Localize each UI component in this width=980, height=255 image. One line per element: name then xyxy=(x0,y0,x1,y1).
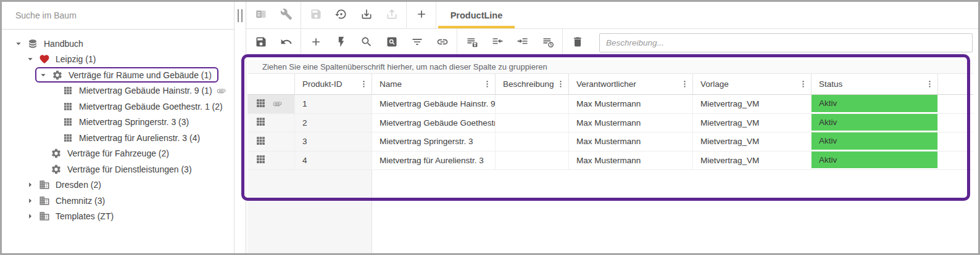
tree-item[interactable]: Verträge für Räume und Gebäude (1) xyxy=(2,67,234,83)
cell-vorlage[interactable]: Mietvertrag_VM xyxy=(693,95,812,113)
column-header[interactable]: Status xyxy=(812,74,938,94)
group-by-bar[interactable]: Ziehen Sie eine Spaltenüberschrift hierh… xyxy=(247,60,973,74)
add-button[interactable] xyxy=(303,29,328,56)
building-icon xyxy=(37,195,52,206)
arrow-right-icon[interactable] xyxy=(23,196,37,206)
cell-name[interactable]: Mietvertrag Gebäude Hainstr. 9 xyxy=(372,95,496,113)
cell-beschreibung[interactable] xyxy=(496,152,569,170)
grid-icon xyxy=(60,133,75,143)
tree-item[interactable]: Verträge für Fahrzeuge (2) xyxy=(2,146,234,162)
beschreibung-filter-input[interactable] xyxy=(599,33,973,52)
add-button[interactable] xyxy=(409,2,434,28)
link-button[interactable] xyxy=(430,29,455,56)
side-panel-button[interactable] xyxy=(248,2,273,28)
tree-item[interactable]: Verträge für Dienstleistungen (3) xyxy=(2,161,234,177)
table-row[interactable]: 1 Mietvertrag Gebäude Hainstr. 9 Max Mus… xyxy=(247,95,973,114)
cell-produkt-id[interactable]: 4 xyxy=(295,152,372,170)
column-menu-icon[interactable] xyxy=(680,79,689,89)
row-type-cell[interactable] xyxy=(247,152,295,170)
cell-verantwortlicher[interactable]: Max Mustermann xyxy=(569,114,693,132)
cell-beschreibung[interactable] xyxy=(496,95,569,113)
tree-item[interactable]: Mietvertrag für Aurelienstr. 3 (4) xyxy=(2,130,234,146)
tree-item-label: Dresden (2) xyxy=(56,180,101,190)
download-button[interactable] xyxy=(354,2,379,28)
rows-save-button[interactable] xyxy=(459,29,484,56)
wrench-button[interactable] xyxy=(273,2,299,28)
row-type-cell[interactable] xyxy=(247,132,295,151)
column-menu-icon[interactable] xyxy=(483,79,492,89)
cell-name[interactable]: Mietvertrag Springerstr. 3 xyxy=(372,132,496,151)
cell-verantwortlicher[interactable]: Max Mustermann xyxy=(569,132,693,151)
search-button[interactable] xyxy=(354,29,379,56)
flash-button[interactable] xyxy=(328,29,354,56)
arrow-right-icon[interactable] xyxy=(23,211,37,221)
tab-productline[interactable]: ProductLine xyxy=(438,2,515,28)
filter-button[interactable] xyxy=(404,29,430,56)
tree-item[interactable]: Chemnitz (3) xyxy=(2,193,234,209)
tree-item[interactable]: Handbuch xyxy=(2,36,234,52)
column-menu-icon[interactable] xyxy=(556,79,565,89)
cell-verantwortlicher[interactable]: Max Mustermann xyxy=(569,95,693,113)
upload-button[interactable] xyxy=(379,2,404,28)
cell-name[interactable]: Mietvertrag Gebäude Goethestr. 1 xyxy=(372,114,496,132)
row-type-cell[interactable] xyxy=(247,114,295,132)
tree-item[interactable]: Dresden (2) xyxy=(2,177,234,193)
splitter-handle-icon[interactable] xyxy=(238,9,243,22)
grid-icon xyxy=(255,98,266,110)
column-header[interactable]: Verantwortlicher xyxy=(569,74,693,94)
panel-splitter[interactable] xyxy=(235,2,246,253)
table-row[interactable]: 3 Mietvertrag Springerstr. 3 Max Musterm… xyxy=(247,132,973,152)
cell-produkt-id[interactable]: 3 xyxy=(295,132,372,151)
rows-indent-button[interactable] xyxy=(510,29,535,56)
cell-vorlage[interactable]: Mietvertrag_VM xyxy=(693,132,812,151)
tree-item[interactable]: Templates (ZT) xyxy=(2,209,234,225)
cell-status[interactable]: Aktiv xyxy=(812,132,938,151)
tree-item-selected-outline: Verträge für Räume und Gebäude (1) xyxy=(35,67,218,83)
column-header[interactable]: Produkt-ID xyxy=(295,74,372,94)
tree-item[interactable]: Mietvertrag Gebäude Hainstr. 9 (1) xyxy=(2,83,234,99)
side-panel-icon xyxy=(255,8,267,22)
tree-item[interactable]: Mietvertrag Springerstr. 3 (3) xyxy=(2,115,234,131)
cell-name[interactable]: Mietvertrag für Aurelienstr. 3 xyxy=(372,152,496,170)
cell-beschreibung[interactable] xyxy=(496,132,569,151)
cell-vorlage[interactable]: Mietvertrag_VM xyxy=(693,152,812,170)
tree-item[interactable]: Leipzig (1) xyxy=(2,52,234,68)
column-menu-icon[interactable] xyxy=(925,79,934,89)
rows-outdent-button[interactable] xyxy=(484,29,510,56)
row-type-cell[interactable] xyxy=(247,95,295,113)
column-header[interactable]: Beschreibung xyxy=(496,74,569,94)
cell-beschreibung[interactable] xyxy=(496,114,569,132)
cell-status[interactable]: Aktiv xyxy=(812,114,938,132)
restore-button[interactable] xyxy=(328,2,354,28)
tree-search-input[interactable] xyxy=(2,2,234,29)
cell-status[interactable]: Aktiv xyxy=(812,95,938,113)
cell-produkt-id[interactable]: 2 xyxy=(295,114,372,132)
search-box-button[interactable] xyxy=(379,29,404,56)
trash-button[interactable] xyxy=(565,29,590,56)
column-menu-icon[interactable] xyxy=(799,79,808,89)
column-menu-icon[interactable] xyxy=(359,79,368,89)
save-button[interactable] xyxy=(248,29,273,56)
table-row[interactable]: 2 Mietvertrag Gebäude Goethestr. 1 Max M… xyxy=(247,114,973,133)
arrow-right-icon[interactable] xyxy=(23,180,37,190)
arrow-down-icon[interactable] xyxy=(36,70,50,80)
trash-icon xyxy=(571,36,584,50)
column-header[interactable]: Vorlage xyxy=(693,74,812,94)
cell-produkt-id[interactable]: 1 xyxy=(295,95,372,113)
arrow-down-icon[interactable] xyxy=(12,39,25,49)
tree-search xyxy=(2,2,234,30)
table-row[interactable]: 4 Mietvertrag für Aurelienstr. 3 Max Mus… xyxy=(247,152,973,171)
cell-vorlage[interactable]: Mietvertrag_VM xyxy=(693,114,812,132)
column-header[interactable]: Name xyxy=(372,74,496,94)
arrow-down-icon[interactable] xyxy=(23,54,37,64)
tree-item[interactable]: Mietvertrag Gebäude Goethestr. 1 (2) xyxy=(2,99,234,115)
rows-history-button[interactable] xyxy=(535,29,560,56)
undo-button[interactable] xyxy=(273,29,299,56)
column-header-label: Beschreibung xyxy=(503,79,554,89)
cell-status[interactable]: Aktiv xyxy=(812,152,938,170)
tree-item-label: Mietvertrag Gebäude Goethestr. 1 (2) xyxy=(79,102,223,111)
save-button[interactable] xyxy=(303,2,328,28)
cell-verantwortlicher[interactable]: Max Mustermann xyxy=(569,152,693,170)
tree-item-label: Mietvertrag Springerstr. 3 (3) xyxy=(79,117,189,127)
search-icon xyxy=(360,36,373,50)
